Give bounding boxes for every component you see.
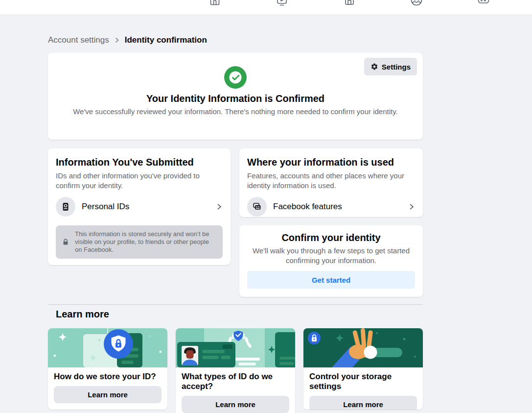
status-title: Your Identity Information is Confirmed: [146, 93, 324, 104]
section-divider: [48, 304, 423, 305]
status-description: We've successfully reviewed your informa…: [73, 107, 398, 117]
information-submitted-card: Information You've Submitted IDs and oth…: [48, 148, 231, 265]
privacy-notice: This information is stored securely and …: [56, 225, 223, 259]
learn-more-button-storage-settings[interactable]: Learn more: [309, 396, 417, 410]
chevron-right-icon: [216, 203, 223, 210]
top-navigation-bar: [0, 0, 532, 15]
settings-button[interactable]: Settings: [364, 58, 417, 75]
submitted-card-description: IDs and other information you've provide…: [56, 171, 223, 191]
id-types-illustration: [176, 328, 295, 367]
watch-icon[interactable]: [275, 0, 289, 7]
learn-card-store-id-title: How do we store your ID?: [54, 372, 162, 382]
learn-more-button-id-types[interactable]: Learn more: [182, 396, 289, 413]
marketplace-icon[interactable]: [343, 0, 356, 7]
learn-card-storage-settings-title: Control your storage settings: [309, 372, 417, 391]
gaming-icon[interactable]: [477, 0, 490, 7]
storage-settings-illustration: [303, 328, 423, 367]
submitted-card-title: Information You've Submitted: [56, 156, 223, 168]
personal-ids-row[interactable]: Personal IDs: [56, 197, 223, 217]
learn-card-id-types: What types of ID do we accept? Learn mor…: [176, 328, 295, 413]
breadcrumb: Account settings Identity confirmation: [48, 35, 207, 45]
get-started-button[interactable]: Get started: [247, 271, 415, 289]
breadcrumb-account-settings[interactable]: Account settings: [48, 35, 109, 45]
confirm-card-title: Confirm your identity: [281, 232, 380, 243]
breadcrumb-identity-confirmation: Identity confirmation: [125, 35, 207, 45]
learn-card-store-id: How do we store your ID? Learn more: [48, 328, 167, 410]
usage-card-title: Where your information is used: [247, 156, 415, 168]
personal-ids-icon: [56, 197, 75, 217]
usage-card-description: Features, accounts and other places wher…: [247, 171, 415, 191]
lock-icon: [62, 238, 69, 246]
chevron-right-icon: [408, 203, 415, 210]
facebook-features-label: Facebook features: [273, 202, 342, 212]
facebook-features-row[interactable]: Facebook features: [247, 197, 415, 217]
privacy-notice-text: This information is stored securely and …: [75, 230, 217, 254]
groups-icon[interactable]: [410, 0, 423, 7]
learn-more-heading: Learn more: [56, 309, 109, 320]
gear-icon: [370, 63, 378, 71]
identity-confirmation-page: Account settings Identity confirmation S…: [0, 0, 532, 413]
store-id-illustration: [48, 328, 167, 367]
facebook-features-icon: [247, 197, 267, 217]
confirmed-check-badge-icon: [224, 66, 247, 89]
breadcrumb-chevron-icon: [114, 37, 120, 43]
learn-more-button-store-id[interactable]: Learn more: [54, 386, 162, 403]
personal-ids-label: Personal IDs: [82, 202, 129, 212]
information-usage-card: Where your information is used Features,…: [239, 148, 423, 217]
settings-button-label: Settings: [382, 63, 411, 71]
confirm-identity-card: Confirm your identity We'll walk you thr…: [239, 225, 423, 297]
identity-status-card: Settings Your Identity Information is Co…: [48, 53, 423, 140]
home-icon[interactable]: [208, 0, 222, 7]
learn-card-id-types-title: What types of ID do we accept?: [182, 372, 289, 391]
confirm-card-description: We'll walk you through a few steps to ge…: [247, 246, 415, 266]
learn-card-storage-settings: Control your storage settings Learn more: [303, 328, 423, 410]
